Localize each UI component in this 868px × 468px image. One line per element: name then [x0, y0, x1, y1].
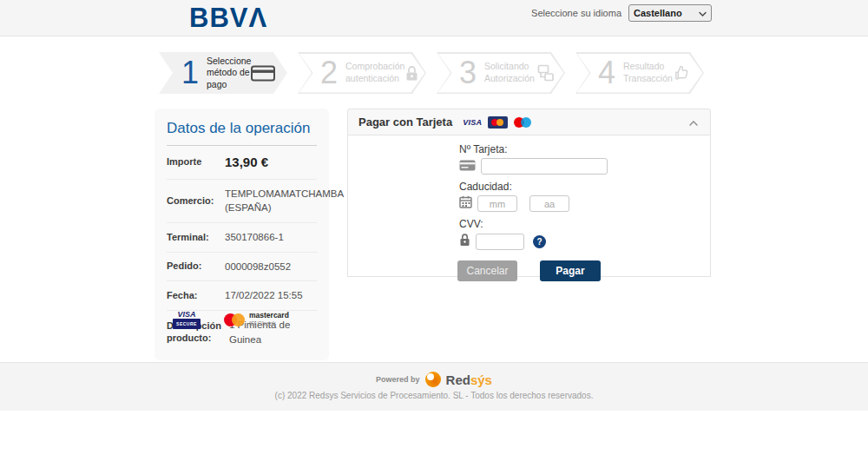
step-requesting-authorization: 3 Solicitando Autorización — [437, 52, 565, 94]
calendar-icon — [459, 195, 472, 212]
redsys-logo-icon — [425, 372, 441, 387]
credit-card-icon — [459, 159, 476, 175]
operation-row-amount: Importe 13,90 € — [167, 146, 317, 180]
language-select[interactable]: Castellano — [628, 4, 712, 22]
expiry-label: Caducidad: — [459, 181, 710, 193]
workflow-icon — [535, 64, 554, 82]
bbva-logo: BBVΛ — [189, 3, 266, 34]
step-number: 2 — [320, 57, 338, 89]
card-number-group: Nº Tarjeta: — [459, 143, 710, 175]
thumbs-up-icon — [673, 64, 690, 82]
credit-card-icon — [251, 65, 275, 82]
visa-secure-badge: VISA SECURE — [172, 310, 201, 329]
operation-row-date: Fecha: 17/02/2022 15:55 — [167, 281, 317, 311]
cvv-group: CVV: ? — [459, 218, 710, 250]
collapse-panel-button[interactable] — [687, 114, 700, 130]
copyright-text: (c) 2022 Redsys Servicios de Procesamien… — [0, 391, 868, 400]
expiry-year-input[interactable] — [529, 195, 569, 212]
step-number: 3 — [459, 57, 477, 89]
pay-with-card-panel: Pagar con Tarjeta VISA Nº Tarjeta: — [347, 109, 711, 277]
card-number-label: Nº Tarjeta: — [459, 143, 710, 155]
cvv-label: CVV: — [459, 218, 710, 230]
card-brand-logos: VISA — [463, 116, 532, 129]
card-form: Nº Tarjeta: Caducidad: — [459, 143, 710, 250]
language-select-value: Castellano — [634, 8, 682, 18]
lock-icon — [459, 233, 470, 250]
step-transaction-result: 4 Resultado Transacción — [575, 52, 704, 94]
step-number: 1 — [181, 57, 199, 89]
cancel-button[interactable]: Cancelar — [457, 260, 517, 281]
mastercard-icon — [488, 116, 508, 129]
payment-gateway-page: BBVΛ Seleccione su idioma Castellano 1 S… — [0, 0, 868, 468]
bbva-logo-text: BBV — [189, 3, 248, 33]
mastercard-idcheck-badge: mastercard ID Check — [224, 312, 289, 327]
step-label: Solicitando Autorización — [484, 61, 535, 84]
security-badges: VISA SECURE mastercard ID Check — [172, 310, 289, 329]
pay-panel-title: Pagar con Tarjeta — [358, 115, 452, 129]
redsys-logo-text: Redsýs — [446, 373, 492, 386]
pay-panel-body: Nº Tarjeta: Caducidad: — [347, 135, 711, 277]
step-label: Comprobación autenticación — [345, 61, 404, 84]
progress-steps: 1 Seleccione método de pago 2 Comprobaci… — [159, 52, 704, 94]
step-number: 4 — [598, 57, 615, 89]
visa-icon: VISA — [463, 118, 482, 127]
language-label: Seleccione su idioma — [531, 8, 621, 18]
cvv-input[interactable] — [476, 234, 524, 250]
step-authentication-check: 2 Comprobación autenticación — [298, 52, 426, 94]
powered-by: Powered by Redsýs — [0, 372, 868, 387]
step-select-payment-method: 1 Seleccione método de pago — [159, 52, 287, 94]
mastercard-icon — [224, 313, 245, 326]
operation-row-order: Pedido: 0000098z0552 — [167, 253, 317, 282]
chevron-up-icon — [689, 115, 698, 129]
lock-icon — [404, 64, 419, 82]
expiry-month-input[interactable] — [477, 195, 517, 212]
form-buttons: Cancelar Pagar — [348, 260, 710, 281]
maestro-icon — [514, 116, 532, 129]
operation-panel-title: Datos de la operación — [167, 120, 317, 137]
step-label: Seleccione método de pago — [207, 56, 251, 91]
bbva-logo-caret: Λ — [248, 3, 266, 33]
footer: Powered by Redsýs (c) 2022 Redsys Servic… — [0, 362, 868, 411]
language-area: Seleccione su idioma Castellano — [531, 4, 712, 22]
pay-panel-header: Pagar con Tarjeta VISA — [347, 109, 711, 135]
chevron-down-icon — [699, 8, 707, 18]
expiry-group: Caducidad: — [459, 181, 710, 212]
pay-button[interactable]: Pagar — [540, 260, 601, 281]
card-number-input[interactable] — [481, 158, 608, 175]
operation-row-terminal: Terminal: 350170866-1 — [167, 223, 317, 253]
operation-row-merchant: Comercio: TEMPLOMAMATCHAMBA (ESPAÑA) — [167, 180, 317, 223]
top-bar: BBVΛ Seleccione su idioma Castellano — [0, 0, 868, 36]
step-label: Resultado Transacción — [623, 61, 673, 84]
cvv-help-icon[interactable]: ? — [533, 235, 546, 248]
